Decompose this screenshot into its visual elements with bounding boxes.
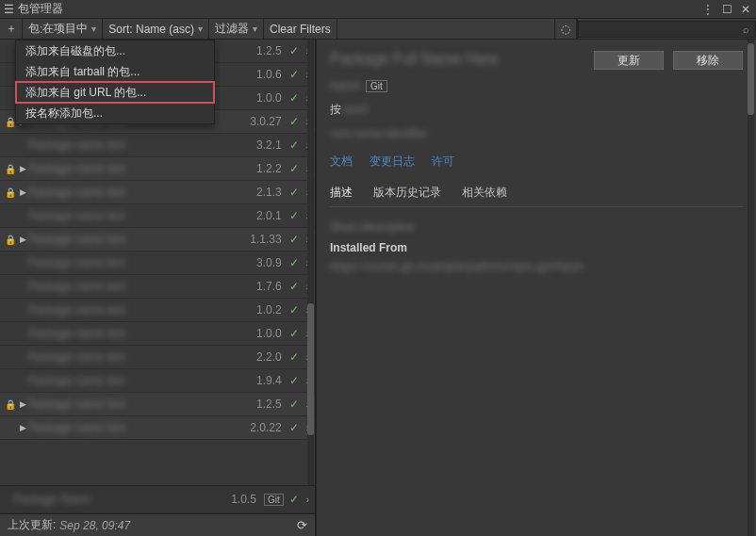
last-update-time: Sep 28, 09:47 xyxy=(59,519,130,532)
detail-subtitle: Name xyxy=(330,79,360,92)
package-name: Package name text xyxy=(28,303,256,317)
docs-link[interactable]: 文档 xyxy=(330,154,353,170)
detail-scrollbar-thumb[interactable] xyxy=(748,43,754,115)
check-icon: ✓ xyxy=(289,280,299,293)
selected-package-row[interactable]: Package Name 1.0.5 Git ✓ › xyxy=(0,485,315,513)
package-version: 2.0.22 xyxy=(250,421,281,434)
sort-dropdown[interactable]: Sort: Name (asc) xyxy=(103,19,209,40)
search-field[interactable]: ⌕ xyxy=(577,19,756,40)
package-row[interactable]: Package name text1.0.0✓› xyxy=(0,322,315,346)
tab-description[interactable]: 描述 xyxy=(330,185,353,201)
package-row[interactable]: Package name text1.0.2✓› xyxy=(0,299,315,322)
add-package-menu[interactable]: 添加来自磁盘的包...添加来自 tarball 的包...添加来自 git UR… xyxy=(15,40,215,124)
add-package-button[interactable]: ＋ xyxy=(0,19,23,40)
package-row[interactable]: Package name text2.0.1✓› xyxy=(0,204,315,228)
search-input[interactable] xyxy=(578,21,756,38)
chevron-right-icon: ▶ xyxy=(17,164,28,173)
package-row[interactable]: ▶Package name text2.0.22✓› xyxy=(0,416,315,440)
package-version: 1.0.6 xyxy=(256,68,282,81)
package-version: 1.0.0 xyxy=(256,327,282,340)
package-name: Package name text xyxy=(28,374,256,387)
package-row[interactable]: Package name text2.2.0✓› xyxy=(0,346,315,369)
package-name: Package Name xyxy=(13,493,231,506)
last-update-label: 上次更新: xyxy=(8,517,56,533)
clear-filters-button[interactable]: Clear Filters xyxy=(264,19,337,40)
check-icon: ✓ xyxy=(289,44,299,57)
check-icon: ✓ xyxy=(289,233,299,246)
check-icon: ✓ xyxy=(289,68,299,81)
list-scrollbar-thumb[interactable] xyxy=(307,303,314,435)
package-row[interactable]: Package name text1.7.6✓› xyxy=(0,275,315,299)
chevron-right-icon: ▶ xyxy=(17,423,28,432)
package-name: Package name text xyxy=(28,350,256,364)
package-icon: ☰ xyxy=(4,3,14,16)
package-row[interactable]: Package name text3.2.1✓› xyxy=(0,134,315,157)
package-row[interactable]: 🔒▶Package name text2.1.3✓› xyxy=(0,181,315,204)
installed-from-url: https://some.git.example/path/to/repo.gi… xyxy=(330,260,583,273)
chevron-right-icon: ▶ xyxy=(17,399,28,409)
package-version: 2.0.1 xyxy=(256,209,282,222)
chevron-right-icon: › xyxy=(306,495,309,505)
chevron-right-icon: ▶ xyxy=(17,187,28,197)
package-version: 1.9.4 xyxy=(256,374,282,387)
package-row[interactable]: 🔒▶Package name text1.2.5✓› xyxy=(0,393,315,416)
check-icon: ✓ xyxy=(289,303,299,317)
detail-title: Package Full Name Here xyxy=(330,51,594,68)
add-menu-item[interactable]: 添加来自磁盘的包... xyxy=(16,41,214,61)
check-icon: ✓ xyxy=(289,91,299,105)
window-maximize-button[interactable]: ☐ xyxy=(720,3,733,16)
lock-icon: 🔒 xyxy=(4,164,17,174)
check-icon: ✓ xyxy=(289,493,299,506)
package-version: 1.1.33 xyxy=(250,233,281,246)
check-icon: ✓ xyxy=(289,421,299,434)
package-version: 2.2.0 xyxy=(256,350,282,364)
package-version: 3.0.9 xyxy=(256,256,282,269)
packages-scope-dropdown[interactable]: 包: 在项目中 xyxy=(23,19,103,40)
package-name: Package name text xyxy=(28,186,256,199)
package-version: 2.1.3 xyxy=(256,186,282,199)
package-row[interactable]: Package name text1.9.4✓› xyxy=(0,369,315,393)
package-version: 1.0.5 xyxy=(231,493,256,506)
check-icon: ✓ xyxy=(289,138,299,152)
tab-dependencies[interactable]: 相关依赖 xyxy=(462,185,507,201)
detail-tabs: 描述 版本历史记录 相关依赖 xyxy=(330,185,743,207)
lock-icon: 🔒 xyxy=(4,235,17,245)
package-name: Package name text xyxy=(28,233,250,246)
check-icon: ✓ xyxy=(289,186,299,199)
filters-dropdown[interactable]: 过滤器 xyxy=(209,19,264,40)
detail-git-badge: Git xyxy=(366,80,387,92)
changelog-link[interactable]: 变更日志 xyxy=(370,154,415,170)
remove-button[interactable]: 移除 xyxy=(673,51,743,70)
package-name: Package name text xyxy=(28,280,256,293)
check-icon: ✓ xyxy=(289,374,299,387)
package-name: Package name text xyxy=(28,398,256,411)
window-close-button[interactable]: ✕ xyxy=(739,3,752,16)
package-row[interactable]: 🔒▶Package name text1.2.2✓› xyxy=(0,157,315,181)
package-name: Package name text xyxy=(28,327,256,340)
package-version: 1.0.2 xyxy=(256,303,282,317)
package-row[interactable]: Package name text3.0.9✓› xyxy=(0,252,315,275)
add-menu-item[interactable]: 按名称添加包... xyxy=(16,103,214,123)
window-menu-button[interactable]: ⋮ xyxy=(701,3,715,16)
search-icon: ⌕ xyxy=(743,24,749,35)
package-version: 3.0.27 xyxy=(250,115,281,128)
title-bar: ☰ 包管理器 ⋮ ☐ ✕ xyxy=(0,0,756,19)
package-row[interactable]: 🔒▶Package name text1.1.33✓› xyxy=(0,228,315,252)
refresh-button[interactable]: ⟳ xyxy=(297,518,307,532)
check-icon: ✓ xyxy=(289,162,299,175)
toolbar: ＋ 包: 在项目中 Sort: Name (asc) 过滤器 Clear Fil… xyxy=(0,19,756,40)
tab-history[interactable]: 版本历史记录 xyxy=(373,185,441,201)
spin-icon: ◌ xyxy=(554,19,577,40)
package-name: Package name text xyxy=(28,256,256,269)
packages-label: 包 xyxy=(28,21,40,37)
lock-icon: 🔒 xyxy=(4,399,17,410)
add-menu-item[interactable]: 添加来自 tarball 的包... xyxy=(16,61,214,82)
package-name: Package name text xyxy=(28,138,256,152)
add-menu-item[interactable]: 添加来自 git URL 的包... xyxy=(16,82,214,103)
detail-an-prefix: 按 xyxy=(330,103,341,116)
update-button[interactable]: 更新 xyxy=(594,51,664,70)
package-list-panel: Package name text1.2.5✓›Package name tex… xyxy=(0,40,317,536)
check-icon: ✓ xyxy=(289,327,299,340)
package-name: Package name text xyxy=(28,162,256,175)
license-link[interactable]: 许可 xyxy=(432,154,454,170)
